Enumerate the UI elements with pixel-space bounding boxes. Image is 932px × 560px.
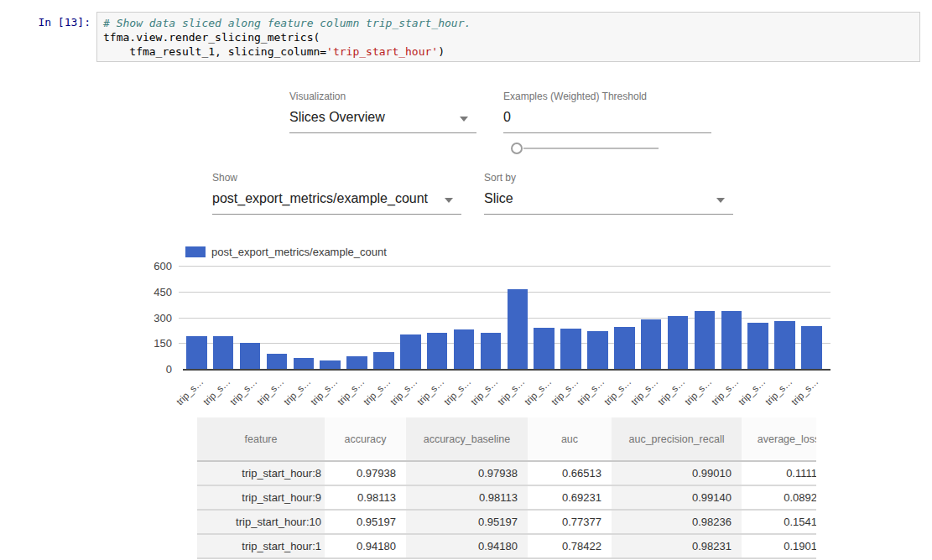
y-axis-tick-label: 600 bbox=[130, 260, 172, 272]
chevron-down-icon[interactable] bbox=[445, 198, 453, 203]
slices-overview-chart: post_export_metrics/example_count 015030… bbox=[0, 239, 932, 411]
gridline bbox=[179, 292, 830, 293]
metric-cell: 0.94180 bbox=[325, 534, 406, 558]
bar[interactable] bbox=[427, 333, 448, 370]
metric-cell: 0.66513 bbox=[528, 461, 612, 485]
bar[interactable] bbox=[747, 323, 768, 369]
table-row[interactable]: trip_start_hour:90.981130.981130.692310.… bbox=[197, 485, 816, 510]
code-comment-line: # Show data sliced along feature column … bbox=[103, 16, 914, 30]
bar[interactable] bbox=[534, 328, 555, 369]
metric-cell: 0.95197 bbox=[325, 510, 406, 534]
column-header-auc_precision_recall[interactable]: auc_precision_recall bbox=[612, 417, 742, 461]
column-header-average_loss[interactable]: average_loss bbox=[742, 417, 816, 461]
metric-cell: 0.1541 bbox=[742, 510, 816, 534]
bar[interactable] bbox=[508, 289, 528, 370]
bar[interactable] bbox=[454, 329, 475, 369]
cell-input-prompt: In [13]: bbox=[25, 16, 91, 29]
metrics-table: featureaccuracyaccuracy_baselineaucauc_p… bbox=[197, 417, 816, 560]
metric-cell: 0.94180 bbox=[406, 534, 528, 558]
chevron-down-icon[interactable] bbox=[716, 198, 725, 203]
metric-cell: 0.98113 bbox=[406, 485, 528, 510]
threshold-slider-track[interactable] bbox=[523, 148, 659, 149]
feature-cell: trip_start_hour:1 bbox=[197, 534, 325, 558]
code-cell[interactable]: # Show data sliced along feature column … bbox=[96, 12, 920, 62]
show-metric-value: post_export_metrics/example_count bbox=[212, 190, 461, 206]
y-axis-tick-label: 450 bbox=[130, 286, 172, 298]
table-row[interactable]: trip_start_hour:80.979380.979380.665130.… bbox=[197, 461, 816, 485]
visualization-dropdown[interactable]: Slices Overview bbox=[289, 102, 476, 133]
x-axis-baseline bbox=[183, 369, 830, 371]
metric-cell: 0.97938 bbox=[406, 461, 528, 485]
legend-label: post_export_metrics/example_count bbox=[211, 246, 387, 258]
column-header-accuracy_baseline[interactable]: accuracy_baseline bbox=[406, 417, 528, 461]
column-header-accuracy[interactable]: accuracy bbox=[325, 417, 406, 461]
metric-cell: 0.98113 bbox=[325, 485, 406, 510]
show-metric-dropdown[interactable]: post_export_metrics/example_count bbox=[212, 184, 461, 215]
bar[interactable] bbox=[587, 331, 608, 370]
bar[interactable] bbox=[240, 343, 261, 369]
legend-color-swatch bbox=[185, 246, 206, 257]
bar[interactable] bbox=[400, 334, 421, 369]
metric-cell: 0.98236 bbox=[612, 510, 742, 534]
chevron-down-icon[interactable] bbox=[460, 117, 468, 122]
bar[interactable] bbox=[186, 336, 207, 369]
bar[interactable] bbox=[320, 360, 341, 369]
metric-cell: 0.0892 bbox=[742, 485, 816, 510]
table-row[interactable]: trip_start_hour:100.951970.951970.773770… bbox=[197, 510, 816, 534]
threshold-input[interactable]: 0 bbox=[503, 102, 711, 133]
metric-cell: 0.99010 bbox=[612, 461, 742, 485]
bar[interactable] bbox=[641, 319, 662, 369]
feature-cell: trip_start_hour:10 bbox=[197, 510, 325, 534]
y-axis-tick-label: 300 bbox=[130, 312, 172, 324]
threshold-slider-knob[interactable] bbox=[511, 143, 523, 154]
show-control: Show post_export_metrics/example_count bbox=[212, 172, 461, 215]
threshold-value: 0 bbox=[503, 109, 711, 125]
bar[interactable] bbox=[560, 329, 581, 369]
table-header-row: featureaccuracyaccuracy_baselineaucauc_p… bbox=[197, 417, 816, 461]
bar[interactable] bbox=[213, 336, 234, 369]
metric-cell: 0.69231 bbox=[528, 485, 612, 510]
bar[interactable] bbox=[294, 358, 315, 369]
table-row[interactable]: trip_start_hour:10.941800.941800.784220.… bbox=[197, 534, 816, 558]
threshold-label: Examples (Weighted) Threshold bbox=[503, 91, 711, 102]
metric-cell: 0.1111 bbox=[742, 461, 816, 485]
visualization-control: Visualization Slices Overview bbox=[289, 91, 476, 133]
threshold-control: Examples (Weighted) Threshold 0 bbox=[503, 91, 711, 133]
code-line-2: tfma.view.render_slicing_metrics( bbox=[103, 30, 914, 44]
feature-cell: trip_start_hour:9 bbox=[197, 485, 325, 510]
code-string-literal: 'trip_start_hour' bbox=[326, 45, 438, 58]
column-header-auc[interactable]: auc bbox=[528, 417, 612, 461]
gridline bbox=[179, 266, 830, 267]
bar[interactable] bbox=[668, 316, 689, 369]
visualization-value: Slices Overview bbox=[289, 109, 476, 125]
metric-cell: 0.97938 bbox=[325, 461, 406, 485]
bar[interactable] bbox=[481, 333, 502, 370]
sort-by-label: Sort by bbox=[484, 172, 733, 184]
column-header-feature[interactable]: feature bbox=[197, 417, 325, 461]
bar[interactable] bbox=[695, 311, 716, 369]
metric-cell: 0.77377 bbox=[528, 510, 612, 534]
sort-by-control: Sort by Slice bbox=[484, 172, 733, 215]
feature-cell: trip_start_hour:8 bbox=[197, 461, 325, 485]
code-line-3: tfma_result_1, slicing_column='trip_star… bbox=[103, 44, 914, 59]
y-axis-tick-label: 0 bbox=[130, 363, 172, 376]
bar[interactable] bbox=[721, 311, 742, 369]
metric-cell: 0.99140 bbox=[612, 485, 742, 510]
bar[interactable] bbox=[614, 327, 635, 369]
sort-by-dropdown[interactable]: Slice bbox=[484, 184, 733, 215]
bar[interactable] bbox=[774, 321, 795, 369]
bar[interactable] bbox=[346, 356, 367, 369]
metric-cell: 0.78422 bbox=[528, 534, 612, 558]
metric-cell: 0.98231 bbox=[612, 534, 742, 558]
visualization-label: Visualization bbox=[289, 91, 476, 102]
bar[interactable] bbox=[373, 352, 394, 369]
bar[interactable] bbox=[267, 354, 288, 369]
y-axis-tick-label: 150 bbox=[130, 337, 172, 350]
metric-cell: 0.95197 bbox=[406, 510, 528, 534]
show-label: Show bbox=[212, 172, 461, 184]
sort-by-value: Slice bbox=[484, 190, 733, 206]
bar[interactable] bbox=[801, 326, 822, 370]
metric-cell: 0.1901 bbox=[742, 534, 816, 558]
metrics-table-grid: featureaccuracyaccuracy_baselineaucauc_p… bbox=[197, 417, 816, 559]
